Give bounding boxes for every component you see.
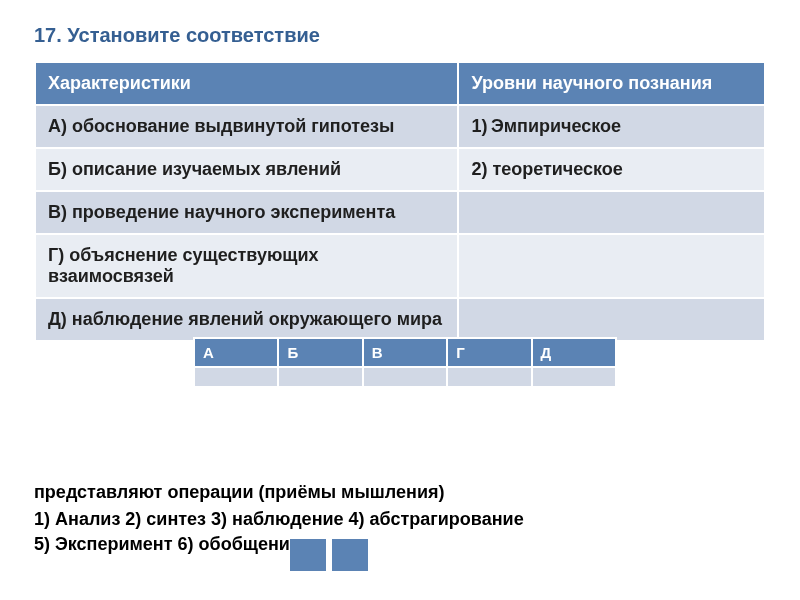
question-title: 17. Установите соответствие [34,24,766,47]
answer-box[interactable] [290,539,326,571]
answer-header: В [363,338,447,367]
options-line-1: 1) Анализ 2) синтез 3) наблюдение 4) абс… [34,507,524,532]
table-row: В) проведение научного эксперимента [35,191,765,234]
cell-level [458,234,765,298]
obscured-text: представляют операции (приёмы мышления) [34,482,764,503]
answer-options: 1) Анализ 2) синтез 3) наблюдение 4) абс… [34,507,524,557]
options-line-2: 5) Эксперимент 6) обобщение [34,532,524,557]
matching-table: Характеристики Уровни научного познания … [34,61,766,342]
answer-cell[interactable] [278,367,362,387]
table-header-left: Характеристики [35,62,458,105]
answer-cell[interactable] [194,367,278,387]
cell-level [458,298,765,341]
cell-char: Б) описание изучаемых явлений [35,148,458,191]
answer-grid: А Б В Г Д [193,337,617,388]
answer-cell[interactable] [447,367,531,387]
table-row: Б) описание изучаемых явлений 2) теорети… [35,148,765,191]
cell-char: Г) объяснение существующих взаимосвязей [35,234,458,298]
table-row: А) обоснование выдвинутой гипотезы 1) Эм… [35,105,765,148]
table-row: Г) объяснение существующих взаимосвязей [35,234,765,298]
cell-char: Д) наблюдение явлений окружающего мира [35,298,458,341]
answer-cell[interactable] [363,367,447,387]
slide: 17. Установите соответствие Характеристи… [0,0,800,600]
answer-header: А [194,338,278,367]
answer-header: Б [278,338,362,367]
answer-box[interactable] [332,539,368,571]
answer-header: Д [532,338,616,367]
cell-level: 1) Эмпирическое [458,105,765,148]
cell-level [458,191,765,234]
table-header-right: Уровни научного познания [458,62,765,105]
cell-char: А) обоснование выдвинутой гипотезы [35,105,458,148]
answer-boxes [290,539,368,571]
answer-cell[interactable] [532,367,616,387]
cell-level: 2) теоретическое [458,148,765,191]
table-row: Д) наблюдение явлений окружающего мира [35,298,765,341]
cell-char: В) проведение научного эксперимента [35,191,458,234]
answer-header: Г [447,338,531,367]
